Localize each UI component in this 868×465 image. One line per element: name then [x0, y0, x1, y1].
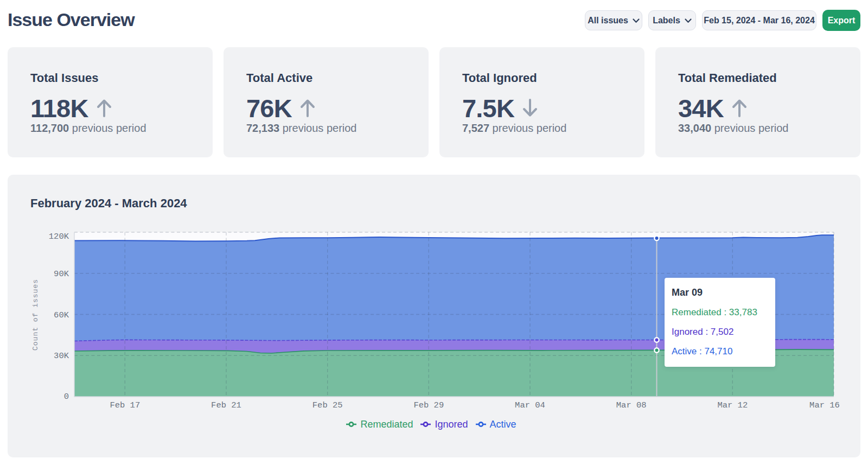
- svg-text:60K: 60K: [54, 310, 69, 320]
- svg-text:Mar 16: Mar 16: [809, 400, 840, 410]
- svg-text:Feb 17: Feb 17: [110, 400, 140, 410]
- svg-text:Feb 29: Feb 29: [413, 400, 444, 410]
- svg-text:120K: 120K: [49, 232, 69, 241]
- svg-text:Mar 12: Mar 12: [717, 400, 748, 410]
- svg-text:30K: 30K: [54, 351, 69, 361]
- svg-text:Feb 21: Feb 21: [211, 400, 241, 410]
- svg-text:Feb 25: Feb 25: [312, 400, 343, 410]
- svg-text:Count of issues: Count of issues: [31, 279, 40, 351]
- svg-text:Mar 04: Mar 04: [515, 400, 545, 410]
- svg-text:Mar 08: Mar 08: [616, 400, 647, 410]
- svg-text:90K: 90K: [54, 269, 69, 279]
- svg-text:0: 0: [64, 392, 69, 402]
